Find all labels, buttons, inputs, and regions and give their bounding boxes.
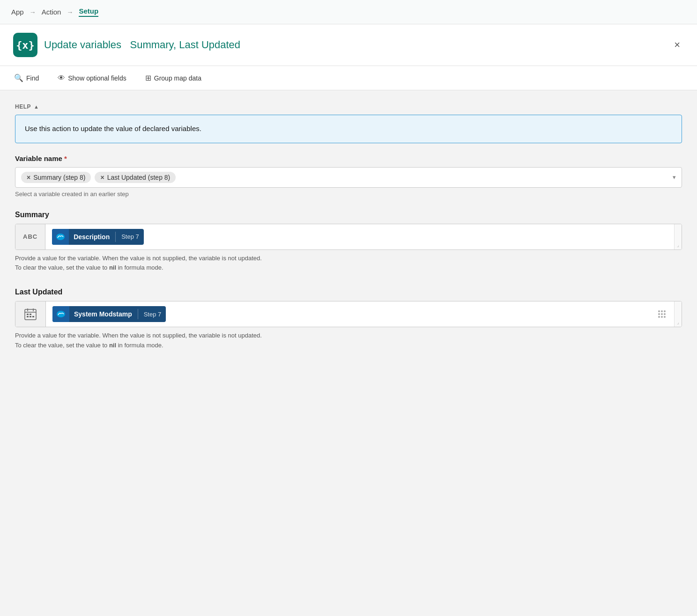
last-updated-help-text: Provide a value for the variable. When t…: [15, 331, 682, 351]
summary-input-area[interactable]: ABC Description Step 7 ⌟: [15, 224, 682, 250]
tag-remove-last-updated[interactable]: ×: [100, 174, 104, 181]
main-content: HELP ▲ Use this action to update the val…: [0, 90, 697, 616]
grid-icon: ⊞: [145, 73, 151, 82]
summary-step-pill[interactable]: Description Step 7: [52, 229, 144, 245]
help-description: Use this action to update the value of d…: [25, 125, 201, 132]
app-icon: {x}: [13, 33, 37, 57]
summary-label: Summary: [15, 211, 682, 219]
dots-grid-icon: [658, 310, 666, 318]
variable-name-hint: Select a variable created in an earlier …: [15, 191, 682, 198]
required-indicator: *: [64, 154, 67, 162]
last-updated-content: System Modstamp Step 7: [46, 301, 658, 327]
resize-icon-2: ⌟: [677, 320, 679, 325]
summary-prefix: ABC: [15, 224, 45, 249]
svg-rect-8: [30, 316, 31, 317]
find-button[interactable]: 🔍 Find: [11, 72, 42, 84]
summary-pill-step: Step 7: [117, 233, 144, 240]
header-row: {x} Update variables Summary, Last Updat…: [0, 24, 697, 66]
header-left: {x} Update variables Summary, Last Updat…: [13, 33, 240, 57]
page-title: Update variables Summary, Last Updated: [44, 39, 240, 51]
breadcrumb-setup[interactable]: Setup: [79, 7, 98, 17]
close-button[interactable]: ×: [670, 37, 684, 53]
variable-name-label: Variable name *: [15, 154, 682, 162]
title-prefix: Update variables: [44, 39, 121, 51]
summary-content: Description Step 7: [45, 224, 674, 249]
dropdown-arrow-icon: ▾: [673, 174, 676, 181]
pill-divider-2: [138, 309, 138, 319]
svg-rect-6: [30, 314, 31, 315]
show-optional-button[interactable]: 👁 Show optional fields: [55, 72, 129, 84]
tag-last-updated[interactable]: × Last Updated (step 8): [95, 172, 176, 183]
breadcrumb-arrow-2: →: [67, 8, 73, 16]
resize-icon: ⌟: [677, 242, 679, 248]
salesforce-icon: [52, 229, 69, 245]
breadcrumb-action[interactable]: Action: [42, 8, 61, 16]
search-icon: 🔍: [14, 73, 23, 82]
tag-summary-label: Summary (step 8): [33, 174, 85, 181]
variable-name-input[interactable]: × Summary (step 8) × Last Updated (step …: [15, 167, 682, 188]
summary-pill-field: Description: [69, 233, 114, 241]
svg-rect-5: [27, 314, 29, 315]
find-label: Find: [26, 74, 39, 82]
tag-summary[interactable]: × Summary (step 8): [21, 172, 91, 183]
toolbar: 🔍 Find 👁 Show optional fields ⊞ Group ma…: [0, 66, 697, 90]
salesforce-icon-2: [52, 306, 69, 322]
resize-handle[interactable]: ⌟: [674, 224, 682, 249]
last-updated-pill-field: System Modstamp: [69, 310, 137, 318]
svg-rect-7: [27, 316, 29, 317]
title-link[interactable]: Summary, Last Updated: [130, 39, 240, 51]
breadcrumb-bar: App → Action → Setup: [0, 0, 697, 24]
tag-remove-summary[interactable]: ×: [27, 174, 30, 181]
eye-icon: 👁: [58, 74, 65, 82]
last-updated-section: Last Updated: [15, 288, 682, 351]
group-map-label: Group map data: [154, 74, 201, 82]
show-optional-label: Show optional fields: [68, 74, 126, 82]
variable-name-section: Variable name * × Summary (step 8) × Las…: [15, 154, 682, 198]
pill-divider: [115, 232, 116, 242]
last-updated-pill-step: Step 7: [139, 311, 166, 318]
chevron-up-icon: ▲: [34, 104, 39, 110]
help-section: HELP ▲ Use this action to update the val…: [15, 103, 682, 143]
last-updated-input-area[interactable]: System Modstamp Step 7 ⌟: [15, 301, 682, 327]
help-box: Use this action to update the value of d…: [15, 115, 682, 143]
dots-grid-container: [658, 301, 674, 327]
resize-handle-2[interactable]: ⌟: [674, 301, 682, 327]
summary-help-text: Provide a value for the variable. When t…: [15, 254, 682, 273]
last-updated-label: Last Updated: [15, 288, 682, 296]
help-header[interactable]: HELP ▲: [15, 103, 682, 110]
breadcrumb-arrow-1: →: [30, 8, 36, 16]
summary-section: Summary ABC Description Step 7 ⌟: [15, 211, 682, 273]
last-updated-step-pill[interactable]: System Modstamp Step 7: [52, 306, 166, 322]
breadcrumb-app[interactable]: App: [11, 8, 24, 16]
svg-rect-9: [32, 316, 34, 317]
tag-last-updated-label: Last Updated (step 8): [107, 174, 171, 181]
help-label: HELP: [15, 103, 31, 110]
last-updated-prefix: [15, 301, 46, 327]
group-map-button[interactable]: ⊞ Group map data: [142, 72, 204, 84]
